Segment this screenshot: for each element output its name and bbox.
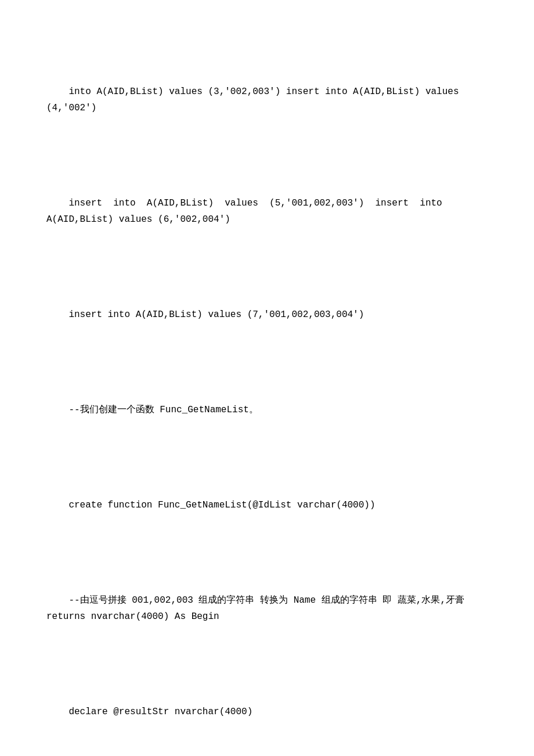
paragraph-7-text: declare @resultStr nvarchar(4000) (68, 707, 252, 717)
paragraph-2-text: insert into A(AID,BList) values (5,'001,… (46, 198, 448, 225)
paragraph-3: insert into A(AID,BList) values (7,'001,… (46, 290, 488, 339)
paragraph-5: create function Func_GetNameList(@IdList… (46, 481, 488, 530)
paragraph-1: into A(AID,BList) values (3,'002,003') i… (46, 67, 488, 132)
paragraph-6: --由逗号拼接 001,002,003 组成的字符串 转换为 Name 组成的字… (46, 576, 488, 641)
paragraph-5-text: create function Func_GetNameList(@IdList… (68, 500, 375, 510)
paragraph-3-text: insert into A(AID,BList) values (7,'001,… (68, 309, 364, 320)
paragraph-1-text: into A(AID,BList) values (3,'002,003') i… (46, 87, 464, 113)
paragraph-4-text: --我们创建一个函数 Func_GetNameList。 (68, 405, 258, 415)
paragraph-4: --我们创建一个函数 Func_GetNameList。 (46, 386, 488, 434)
paragraph-2: insert into A(AID,BList) values (5,'001,… (46, 179, 488, 244)
paragraph-7: declare @resultStr nvarchar(4000) (46, 687, 488, 736)
paragraph-6-text: --由逗号拼接 001,002,003 组成的字符串 转换为 Name 组成的字… (46, 595, 470, 622)
code-content: into A(AID,BList) values (3,'002,003') i… (46, 35, 488, 756)
